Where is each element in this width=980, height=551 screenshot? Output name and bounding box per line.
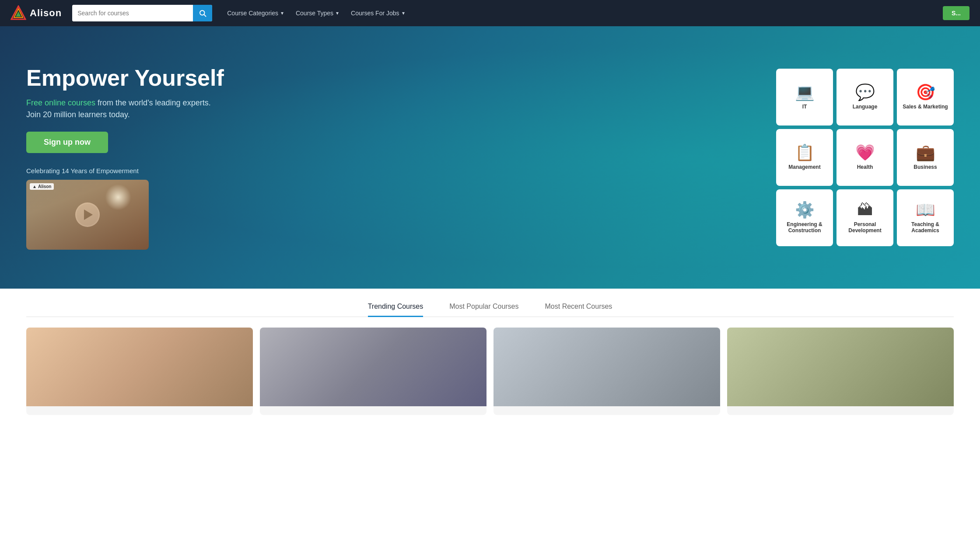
search-button[interactable] [193, 5, 212, 21]
category-card-it[interactable]: 💻 IT [776, 69, 833, 126]
category-card-engineering[interactable]: ⚙️ Engineering & Construction [776, 189, 833, 246]
course-card-3[interactable] [494, 328, 720, 415]
logo[interactable]: Alison [10, 5, 62, 21]
category-card-language[interactable]: 💬 Language [836, 69, 893, 126]
course-image-2 [260, 328, 486, 406]
category-card-sales-marketing[interactable]: 🎯 Sales & Marketing [897, 69, 954, 126]
course-card-4[interactable] [727, 328, 954, 415]
course-image-1 [26, 328, 253, 406]
course-card-2[interactable] [260, 328, 486, 415]
category-card-management[interactable]: 📋 Management [776, 129, 833, 186]
teaching-academics-icon: 📖 [916, 202, 935, 218]
business-label: Business [914, 164, 937, 170]
engineering-icon: ⚙️ [795, 202, 815, 218]
video-brand-label: ▲ Alison [30, 183, 54, 190]
management-label: Management [788, 164, 820, 170]
search-input[interactable] [72, 5, 193, 21]
logo-text: Alison [30, 7, 62, 19]
search-bar [72, 5, 212, 21]
category-card-health[interactable]: 💗 Health [836, 129, 893, 186]
video-inner: ▲ Alison [26, 180, 149, 250]
health-label: Health [857, 164, 873, 170]
category-card-personal-development[interactable]: 🏔 Personal Development [836, 189, 893, 246]
hero-section: Empower Yourself Free online courses fro… [0, 26, 980, 289]
course-card-1[interactable] [26, 328, 253, 415]
course-image-3 [494, 328, 720, 406]
search-icon [199, 9, 206, 17]
personal-development-label: Personal Development [842, 221, 888, 234]
nav-course-categories[interactable]: Course Categories ▾ [223, 7, 288, 19]
sales-marketing-label: Sales & Marketing [903, 104, 948, 110]
courses-section: Trending CoursesMost Popular CoursesMost… [0, 289, 980, 425]
hero-highlight: Free online courses [26, 98, 95, 107]
navbar: Alison Course Categories ▾ Course Types … [0, 0, 980, 26]
celebrating-text: Celebrating 14 Years of Empowerment [26, 167, 759, 174]
video-glow [105, 184, 131, 210]
category-card-business[interactable]: 💼 Business [897, 129, 954, 186]
hero-signup-button[interactable]: Sign up now [26, 132, 108, 153]
tab-trending-courses[interactable]: Trending Courses [368, 303, 424, 317]
business-icon: 💼 [916, 145, 935, 160]
hero-subtitle-rest: from the world's leading experts. [95, 98, 211, 107]
video-thumbnail[interactable]: ▲ Alison [26, 180, 149, 250]
chevron-down-icon: ▾ [402, 10, 405, 16]
tabs-row: Trending CoursesMost Popular CoursesMost… [26, 303, 954, 317]
category-card-teaching-academics[interactable]: 📖 Teaching & Academics [897, 189, 954, 246]
hero-subtitle: Free online courses from the world's lea… [26, 98, 759, 108]
chevron-down-icon: ▾ [281, 10, 284, 16]
hero-sub2: Join 20 million learners today. [26, 110, 759, 119]
nav-courses-for-jobs[interactable]: Courses For Jobs ▾ [346, 7, 409, 19]
teaching-academics-label: Teaching & Academics [902, 221, 948, 234]
tab-most-popular-courses[interactable]: Most Popular Courses [449, 303, 518, 317]
chevron-down-icon: ▾ [336, 10, 339, 16]
signup-nav-button[interactable]: S... [943, 6, 970, 20]
language-label: Language [853, 104, 878, 110]
personal-development-icon: 🏔 [857, 202, 873, 218]
course-image-4 [727, 328, 954, 406]
hero-title: Empower Yourself [26, 65, 759, 91]
nav-links: Course Categories ▾ Course Types ▾ Cours… [223, 7, 409, 19]
category-grid: 💻 IT 💬 Language 🎯 Sales & Marketing 📋 Ma… [776, 69, 954, 246]
it-icon: 💻 [795, 84, 815, 100]
sales-marketing-icon: 🎯 [916, 84, 935, 100]
management-icon: 📋 [795, 145, 815, 160]
hero-left: Empower Yourself Free online courses fro… [26, 65, 759, 250]
engineering-label: Engineering & Construction [781, 221, 828, 234]
tab-most-recent-courses[interactable]: Most Recent Courses [545, 303, 612, 317]
courses-row [26, 328, 954, 425]
it-label: IT [802, 104, 807, 110]
video-background [26, 180, 149, 250]
language-icon: 💬 [855, 84, 875, 100]
logo-icon [10, 5, 26, 21]
alison-logo-small: ▲ [32, 184, 37, 189]
health-icon: 💗 [855, 145, 875, 160]
svg-line-4 [204, 14, 206, 16]
nav-course-types[interactable]: Course Types ▾ [291, 7, 343, 19]
nav-right: S... [943, 6, 970, 20]
